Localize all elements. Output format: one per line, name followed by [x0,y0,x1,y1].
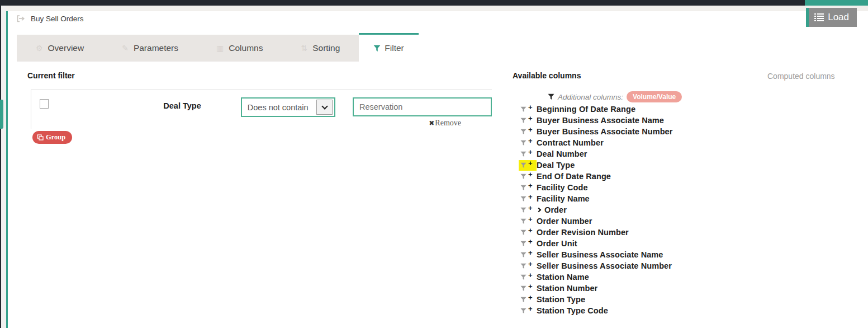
tab-columns[interactable]: ▥ Columns [197,35,282,62]
tab-sorting[interactable]: ⇅ Sorting [282,35,359,62]
column-name[interactable]: Order [544,205,567,214]
filter-column-icon[interactable] [520,106,527,113]
column-actions: + [519,138,537,148]
column-name[interactable]: Station Type [537,295,585,304]
filter-column-icon[interactable] [520,118,527,124]
computed-columns-link[interactable]: Computed columns [767,72,835,81]
column-actions: + [519,272,537,283]
remove-filter-link[interactable]: ✖Remove [353,119,492,128]
tab-parameters[interactable]: ✎ Parameters [103,35,197,62]
add-column-icon[interactable]: + [528,138,533,144]
column-list-item: + Order [519,204,673,215]
column-name[interactable]: Facility Name [537,194,590,203]
filter-column-icon[interactable] [520,252,527,259]
breadcrumb: Buy Sell Orders [17,15,84,23]
filter-column-icon[interactable] [520,297,527,303]
additional-columns-label: Additional columns: [558,93,623,101]
filter-column-icon[interactable] [520,185,527,191]
load-button[interactable]: Load [806,8,857,27]
filter-column-icon[interactable] [520,285,527,292]
column-name[interactable]: Deal Type [537,161,575,170]
filter-column-icon[interactable] [520,196,527,203]
filter-column-icon[interactable] [520,308,527,315]
tab-filter[interactable]: Filter [359,33,418,62]
column-list-item: + Station Type [519,294,673,305]
column-name[interactable]: Contract Number [537,138,604,147]
add-column-icon[interactable]: + [528,105,533,110]
column-actions: + [519,216,537,227]
buy-sell-orders-page: Load Buy Sell Orders ⚙ Overview ✎ Parame… [0,0,868,328]
filter-value-input[interactable] [353,97,492,116]
add-column-icon[interactable]: + [528,295,533,301]
column-name[interactable]: Buyer Business Associate Number [537,127,673,136]
add-column-icon[interactable]: + [528,228,533,233]
add-column-icon[interactable]: + [528,306,533,312]
column-actions: + [519,306,537,316]
column-name[interactable]: Deal Number [537,149,587,158]
filter-column-icon[interactable] [520,274,527,281]
column-name[interactable]: Order Revision Number [537,228,629,237]
add-column-icon[interactable]: + [528,273,533,278]
column-list-item: + Deal Type [519,160,673,171]
column-list-item: + Contract Number [519,137,673,148]
filter-row-checkbox[interactable] [40,99,49,109]
filter-column-icon[interactable] [520,174,527,180]
column-name[interactable]: Order Number [537,217,592,226]
add-column-icon[interactable]: + [528,183,533,189]
filter-panel: Deal Type Does not contain ✖Remove [31,90,492,129]
add-column-icon[interactable]: + [528,205,533,211]
group-button-label: Group [46,133,65,142]
column-name[interactable]: Beginning Of Date Range [537,105,635,114]
filter-column-icon[interactable] [520,218,527,225]
column-list-item: + Facility Name [519,193,673,204]
tab-label: Filter [385,43,404,53]
add-column-icon[interactable]: + [528,161,533,166]
column-name[interactable]: Station Name [537,273,589,282]
operator-select[interactable]: Does not contain [241,97,335,117]
report-link-icon [17,15,25,22]
left-rail [1,6,6,328]
filter-column-icon[interactable] [520,162,527,169]
column-actions: + [519,283,537,294]
add-column-icon[interactable]: + [528,284,533,289]
add-column-icon[interactable]: + [528,172,533,177]
add-column-icon[interactable]: + [528,127,533,133]
x-icon: ✖ [429,119,434,127]
filter-column-icon[interactable] [520,241,527,247]
add-column-icon[interactable]: + [528,194,533,200]
select-arrow-box[interactable] [316,100,333,115]
column-actions: + [519,149,537,160]
column-name[interactable]: End Of Date Range [537,172,611,181]
tab-overview[interactable]: ⚙ Overview [17,35,103,62]
column-list-item: + Station Name [519,271,673,283]
column-name[interactable]: Station Number [537,284,597,293]
add-column-icon[interactable]: + [528,116,533,121]
filter-column-icon[interactable] [520,151,527,158]
expand-chevron-icon[interactable] [537,208,541,212]
column-name[interactable]: Station Type Code [537,306,608,315]
add-column-icon[interactable]: + [528,217,533,222]
tab-label: Columns [229,43,263,53]
add-column-icon[interactable]: + [528,261,533,267]
column-actions: + [519,160,537,171]
column-name[interactable]: Order Unit [537,239,577,248]
page-title: Buy Sell Orders [31,15,84,23]
column-actions: + [519,171,537,182]
filter-column-icon[interactable] [520,263,527,270]
column-name[interactable]: Buyer Business Associate Name [537,116,664,125]
filter-column-icon[interactable] [520,207,527,214]
add-column-icon[interactable]: + [528,239,533,245]
volume-value-badge[interactable]: Volume/Value [627,91,682,102]
filter-column-icon[interactable] [520,140,527,147]
column-name[interactable]: Seller Business Associate Number [537,261,672,270]
add-column-icon[interactable]: + [528,149,533,155]
column-actions: + [519,194,537,204]
sidebar-toggle-handle[interactable] [0,100,3,129]
filter-column-icon[interactable] [520,229,527,236]
filter-column-icon[interactable] [520,129,527,135]
add-column-icon[interactable]: + [528,250,533,256]
group-button[interactable]: Group [32,131,72,144]
column-name[interactable]: Facility Code [537,183,588,192]
column-name[interactable]: Seller Business Associate Name [537,250,663,259]
column-list-item: + Seller Business Associate Number [519,260,673,271]
